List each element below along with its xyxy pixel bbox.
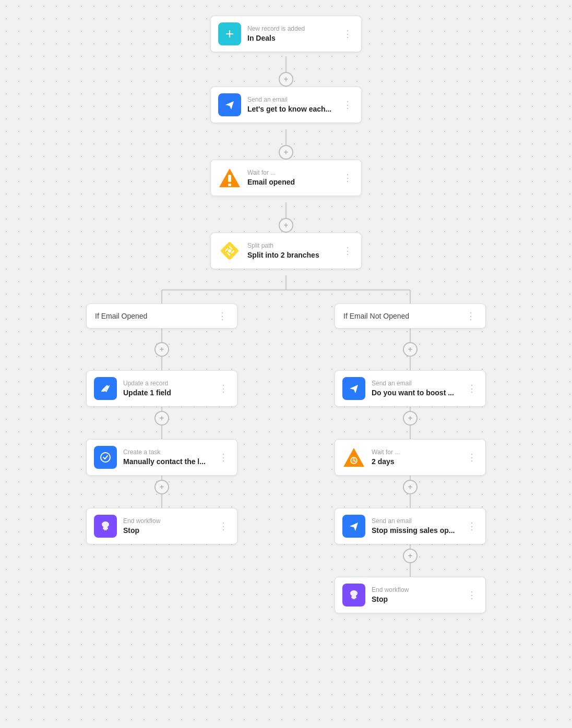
send-email-right-icon — [342, 377, 365, 400]
add-btn-right-2[interactable]: + — [403, 411, 418, 426]
end-left-menu[interactable]: ⋮ — [217, 520, 230, 532]
svg-point-31 — [228, 249, 231, 252]
add-btn-2[interactable]: + — [279, 145, 293, 160]
send-email-stop-icon — [342, 515, 365, 538]
svg-rect-29 — [228, 184, 231, 186]
end-right-menu[interactable]: ⋮ — [466, 589, 478, 601]
send-email-right-menu[interactable]: ⋮ — [466, 383, 478, 394]
add-btn-right-1[interactable]: + — [403, 342, 418, 357]
add-btn-right-4[interactable]: + — [403, 549, 418, 563]
update-record-menu[interactable]: ⋮ — [217, 383, 230, 394]
branch-right-menu[interactable]: ⋮ — [464, 310, 477, 322]
split-path-icon — [218, 239, 241, 262]
trigger-text: New record is added In Deals — [247, 25, 335, 43]
svg-rect-28 — [228, 175, 231, 182]
add-btn-right-3[interactable]: + — [403, 480, 418, 494]
svg-point-32 — [101, 453, 110, 462]
send-email-stop-menu[interactable]: ⋮ — [466, 520, 478, 532]
wait-days-node[interactable]: Wait for ... 2 days ⋮ — [335, 439, 486, 476]
branch-right-label: If Email Not Opened — [343, 312, 458, 320]
trigger-icon — [218, 22, 241, 45]
send-email-stop-title: Stop missing sales op... — [372, 526, 459, 535]
split-path-title: Split into 2 branches — [247, 250, 335, 260]
end-workflow-right-node[interactable]: End workflow Stop ⋮ — [335, 577, 486, 613]
send-email-right-text: Send an email Do you want to boost ... — [372, 380, 459, 397]
wait-days-menu[interactable]: ⋮ — [466, 452, 478, 463]
trigger-label: New record is added — [247, 25, 335, 33]
add-btn-left-2[interactable]: + — [154, 411, 169, 426]
end-right-text: End workflow Stop — [372, 586, 459, 604]
wait-email-node[interactable]: Wait for ... Email opened ⋮ — [210, 160, 362, 196]
wait-days-text: Wait for ... 2 days — [372, 448, 459, 466]
create-task-node[interactable]: Create a task Manually contact the l... … — [86, 439, 237, 476]
branch-left-label: If Email Opened — [95, 312, 210, 320]
send-email-1-menu[interactable]: ⋮ — [341, 99, 354, 111]
svg-rect-37 — [352, 598, 355, 599]
end-right-label: End workflow — [372, 586, 459, 594]
workflow-canvas: New record is added In Deals ⋮ + Send an… — [0, 0, 572, 728]
update-record-label: Update a record — [123, 380, 211, 388]
add-btn-1[interactable]: + — [279, 72, 293, 87]
create-task-text: Create a task Manually contact the l... — [123, 448, 211, 466]
update-record-title: Update 1 field — [123, 388, 211, 397]
end-left-text: End workflow Stop — [123, 517, 211, 535]
add-btn-3[interactable]: + — [279, 218, 293, 233]
end-workflow-left-node[interactable]: End workflow Stop ⋮ — [86, 508, 237, 544]
send-email-1-node[interactable]: Send an email Let's get to know each... … — [210, 87, 362, 123]
update-record-text: Update a record Update 1 field — [123, 380, 211, 397]
split-path-node[interactable]: Split path Split into 2 branches ⋮ — [210, 233, 362, 269]
wait-email-text: Wait for ... Email opened — [247, 169, 335, 187]
split-path-menu[interactable]: ⋮ — [341, 245, 354, 257]
send-email-1-text: Send an email Let's get to know each... — [247, 96, 335, 114]
split-path-text: Split path Split into 2 branches — [247, 242, 335, 260]
create-task-menu[interactable]: ⋮ — [217, 452, 230, 463]
split-path-label: Split path — [247, 242, 335, 250]
end-left-icon — [94, 515, 117, 538]
update-record-icon — [94, 377, 117, 400]
create-task-icon — [94, 446, 117, 469]
create-task-title: Manually contact the l... — [123, 457, 211, 466]
branch-right-label-node[interactable]: If Email Not Opened ⋮ — [335, 304, 486, 329]
end-left-label: End workflow — [123, 517, 211, 526]
send-email-right-node[interactable]: Send an email Do you want to boost ... ⋮ — [335, 370, 486, 407]
trigger-title: In Deals — [247, 33, 335, 43]
branch-left-label-node[interactable]: If Email Opened ⋮ — [86, 304, 237, 329]
wait-days-label: Wait for ... — [372, 448, 459, 457]
send-email-1-title: Let's get to know each... — [247, 104, 335, 114]
wait-email-label: Wait for ... — [247, 169, 335, 177]
add-btn-left-3[interactable]: + — [154, 480, 169, 494]
wait-days-title: 2 days — [372, 457, 459, 466]
send-email-1-icon — [218, 93, 241, 116]
send-email-right-label: Send an email — [372, 380, 459, 388]
send-email-right-title: Do you want to boost ... — [372, 388, 459, 397]
end-right-title: Stop — [372, 594, 459, 604]
send-email-stop-text: Send an email Stop missing sales op... — [372, 517, 459, 535]
wait-days-icon — [342, 446, 365, 469]
send-email-1-label: Send an email — [247, 96, 335, 104]
branch-left-menu[interactable]: ⋮ — [216, 310, 229, 322]
wait-email-icon — [218, 166, 241, 189]
send-email-stop-node[interactable]: Send an email Stop missing sales op... ⋮ — [335, 508, 486, 544]
svg-rect-36 — [104, 529, 107, 530]
trigger-node[interactable]: New record is added In Deals ⋮ — [210, 16, 362, 52]
trigger-menu[interactable]: ⋮ — [341, 28, 354, 40]
update-record-node[interactable]: Update a record Update 1 field ⋮ — [86, 370, 237, 407]
wait-email-menu[interactable]: ⋮ — [341, 172, 354, 184]
wait-email-title: Email opened — [247, 177, 335, 187]
end-right-icon — [342, 584, 365, 606]
add-btn-left-1[interactable]: + — [154, 342, 169, 357]
end-left-title: Stop — [123, 526, 211, 535]
send-email-stop-label: Send an email — [372, 517, 459, 526]
create-task-label: Create a task — [123, 448, 211, 457]
